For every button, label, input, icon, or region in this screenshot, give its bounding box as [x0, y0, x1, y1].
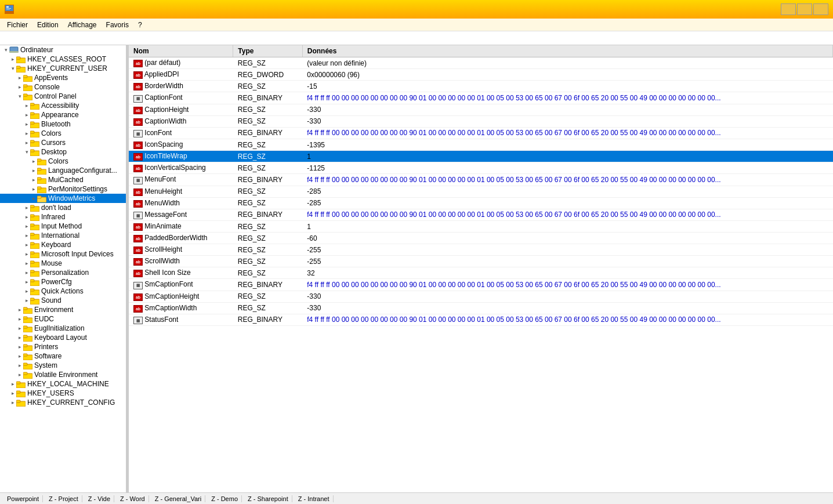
tree-item-ordinateur[interactable]: ▾ Ordinateur — [0, 45, 126, 55]
minimize-button[interactable] — [781, 3, 796, 15]
menu-favoris[interactable]: Favoris — [102, 20, 133, 30]
tree-label: Colors — [48, 157, 68, 165]
tree-item-software[interactable]: ▸ Software — [0, 351, 126, 361]
menu-fichier[interactable]: Fichier — [2, 20, 32, 30]
tree-item-desktop[interactable]: ▾ Desktop — [0, 147, 126, 157]
tree-item-permonitorsettings[interactable]: ▸ PerMonitorSettings — [0, 184, 126, 194]
folder-icon — [30, 111, 39, 119]
status-item[interactable]: Z - Demo — [208, 495, 242, 502]
tree-item-hku[interactable]: ▸ HKEY_USERS — [0, 389, 126, 398]
tree-item-volatileenv[interactable]: ▸ Volatile Environment — [0, 370, 126, 379]
menu-help[interactable]: ? — [133, 20, 147, 30]
tree-item-environment[interactable]: ▸ Environment — [0, 305, 126, 314]
tree-item-accessibility[interactable]: ▸ Accessibility — [0, 101, 126, 110]
tree-item-mouse[interactable]: ▸ Mouse — [0, 259, 126, 268]
table-row[interactable]: ▦ MessageFont REG_BINARY f4 ff ff ff 00 … — [129, 209, 833, 221]
status-item[interactable]: Z - Intranet — [295, 495, 334, 502]
tree-item-powercfg[interactable]: ▸ PowerCfg — [0, 277, 126, 287]
main-layout: ▾ Ordinateur▸ HKEY_CLASSES_ROOT▾ HKEY_CU… — [0, 45, 833, 492]
cell-type: REG_SZ — [233, 115, 303, 127]
tree-item-bluetooth[interactable]: ▸ Bluetooth — [0, 119, 126, 129]
tree-item-appevents[interactable]: ▸ AppEvents — [0, 73, 126, 82]
tree-item-microsoftinput[interactable]: ▸ Microsoft Input Devices — [0, 249, 126, 259]
table-row[interactable]: ab SmCaptionWidth REG_SZ -330 — [129, 302, 833, 314]
table-row[interactable]: ab IconTitleWrap REG_SZ 1 — [129, 151, 833, 162]
table-row[interactable]: ab ScrollHeight REG_SZ -255 — [129, 244, 833, 256]
tree-item-desktop-colors[interactable]: ▸ Colors — [0, 157, 126, 166]
tree-item-printers[interactable]: ▸ Printers — [0, 342, 126, 351]
tree-item-console[interactable]: ▸ Console — [0, 82, 126, 92]
table-row[interactable]: ▦ SmCaptionFont REG_BINARY f4 ff ff ff 0… — [129, 279, 833, 291]
table-row[interactable]: ab CaptionWidth REG_SZ -330 — [129, 115, 833, 127]
tree-panel[interactable]: ▾ Ordinateur▸ HKEY_CLASSES_ROOT▾ HKEY_CU… — [0, 45, 126, 492]
table-row[interactable]: ab SmCaptionHeight REG_SZ -330 — [129, 291, 833, 302]
table-row[interactable]: ab Shell Icon Size REG_SZ 32 — [129, 267, 833, 279]
status-item[interactable]: Powerpoint — [3, 495, 43, 502]
table-row[interactable]: ▦ StatusFont REG_BINARY f4 ff ff ff 00 0… — [129, 314, 833, 326]
table-row[interactable]: ▦ IconFont REG_BINARY f4 ff ff ff 00 00 … — [129, 127, 833, 139]
table-row[interactable]: ▦ MenuFont REG_BINARY f4 ff ff ff 00 00 … — [129, 174, 833, 186]
table-row[interactable]: ab MenuWidth REG_SZ -285 — [129, 197, 833, 209]
svg-rect-35 — [37, 187, 41, 189]
table-row[interactable]: ab IconVerticalSpacing REG_SZ -1125 — [129, 162, 833, 174]
tree-item-eudc[interactable]: ▸ EUDC — [0, 314, 126, 324]
menu-affichage[interactable]: Affichage — [63, 20, 102, 30]
folder-icon — [16, 390, 26, 397]
table-row[interactable]: ab (par défaut) REG_SZ (valeur non défin… — [129, 57, 833, 69]
tree-item-dontload[interactable]: ▸ don't load — [0, 203, 126, 212]
tree-item-quickactions[interactable]: ▸ Quick Actions — [0, 287, 126, 296]
tree-item-colors[interactable]: ▸ Colors — [0, 129, 126, 138]
status-item[interactable]: Z - Word — [117, 495, 149, 502]
status-item[interactable]: Z - Sharepoint — [244, 495, 292, 502]
tree-label: Console — [34, 83, 60, 91]
folder-icon — [23, 371, 32, 379]
status-item[interactable]: Z - General_Vari — [151, 495, 206, 502]
tree-item-inputmethod[interactable]: ▸ Input Method — [0, 222, 126, 231]
tree-item-euginitialization[interactable]: ▸ EuglInitialization — [0, 324, 126, 333]
status-item[interactable]: Z - Vide — [85, 495, 114, 502]
tree-item-keyboardlayout[interactable]: ▸ Keyboard Layout — [0, 333, 126, 342]
tree-item-personalization[interactable]: ▸ Personalization — [0, 268, 126, 277]
cell-name: ab CaptionWidth — [129, 115, 233, 127]
close-button[interactable] — [813, 3, 828, 15]
table-row[interactable]: ▦ CaptionFont REG_BINARY f4 ff ff ff 00 … — [129, 92, 833, 104]
address-bar — [0, 31, 833, 45]
svg-rect-25 — [30, 140, 34, 143]
menu-bar: Fichier Edition Affichage Favoris ? — [0, 19, 833, 31]
expand-icon: ▸ — [30, 195, 37, 201]
maximize-button[interactable] — [797, 3, 812, 15]
tree-item-languageconfig[interactable]: ▸ LanguageConfigurat... — [0, 166, 126, 175]
tree-item-appearance[interactable]: ▸ Appearance — [0, 110, 126, 119]
svg-rect-11 — [23, 75, 27, 78]
tree-item-windowmetrics[interactable]: ▸ WindowMetrics — [0, 194, 126, 203]
expand-icon: ▸ — [23, 233, 30, 238]
tree-item-keyboard[interactable]: ▸ Keyboard — [0, 240, 126, 249]
svg-rect-59 — [30, 298, 34, 300]
tree-item-hkcc[interactable]: ▸ HKEY_CURRENT_CONFIG — [0, 398, 126, 407]
status-item[interactable]: Z - Project — [45, 495, 82, 502]
folder-icon — [23, 343, 32, 351]
table-row[interactable]: ab AppliedDPI REG_DWORD 0x00000060 (96) — [129, 69, 833, 81]
tree-item-international[interactable]: ▸ International — [0, 231, 126, 240]
table-row[interactable]: ab CaptionHeight REG_SZ -330 — [129, 104, 833, 115]
tree-item-hklm[interactable]: ▸ HKEY_LOCAL_MACHINE — [0, 379, 126, 389]
tree-label: WindowMetrics — [48, 194, 95, 202]
tree-label: EUDC — [34, 315, 54, 323]
table-row[interactable]: ab MinAnimate REG_SZ 1 — [129, 221, 833, 233]
tree-item-controlpanel[interactable]: ▾ Control Panel — [0, 92, 126, 101]
tree-item-cursors[interactable]: ▸ Cursors — [0, 138, 126, 147]
table-row[interactable]: ab PaddedBorderWidth REG_SZ -60 — [129, 233, 833, 244]
tree-item-infrared[interactable]: ▸ Infrared — [0, 212, 126, 222]
tree-item-muicached[interactable]: ▸ MuiCached — [0, 175, 126, 184]
table-row[interactable]: ab MenuHeight REG_SZ -285 — [129, 186, 833, 197]
svg-rect-21 — [30, 122, 34, 124]
table-row[interactable]: ab IconSpacing REG_SZ -1395 — [129, 139, 833, 151]
tree-item-hkcu[interactable]: ▾ HKEY_CURRENT_USER — [0, 64, 126, 73]
svg-rect-69 — [23, 345, 27, 347]
tree-item-sound[interactable]: ▸ Sound — [0, 296, 126, 305]
table-row[interactable]: ab BorderWidth REG_SZ -15 — [129, 81, 833, 92]
menu-edition[interactable]: Edition — [32, 20, 63, 30]
table-row[interactable]: ab ScrollWidth REG_SZ -255 — [129, 256, 833, 267]
tree-item-hkcr[interactable]: ▸ HKEY_CLASSES_ROOT — [0, 55, 126, 64]
tree-item-system[interactable]: ▸ System — [0, 361, 126, 370]
